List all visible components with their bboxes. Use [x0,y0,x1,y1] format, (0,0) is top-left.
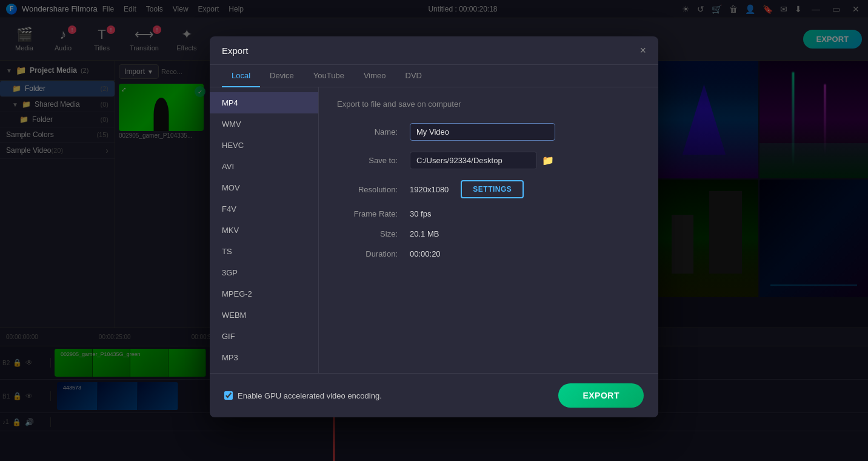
name-row: Name: [337,123,640,141]
dialog-overlay: Export × Local Device YouTube Vimeo DVD … [0,0,868,461]
format-hevc[interactable]: HEVC [210,135,318,156]
format-list: MP4 WMV HEVC AVI MOV F4V MKV TS 3GP MPEG… [210,87,319,373]
tab-local[interactable]: Local [222,65,260,87]
format-wmv[interactable]: WMV [210,113,318,135]
tab-youtube[interactable]: YouTube [304,65,354,87]
frame-rate-row: Frame Rate: 30 fps [337,209,640,218]
dialog-footer: Enable GPU accelerated video encoding. E… [210,373,658,417]
dialog-close-button[interactable]: × [639,45,646,56]
duration-label: Duration: [337,249,398,258]
format-mov[interactable]: MOV [210,177,318,198]
format-ts[interactable]: TS [210,241,318,262]
dialog-header: Export × [210,36,658,65]
format-f4v[interactable]: F4V [210,198,318,220]
dialog-tabs: Local Device YouTube Vimeo DVD [210,65,658,87]
format-avi[interactable]: AVI [210,156,318,177]
gpu-row: Enable GPU accelerated video encoding. [224,391,382,400]
gpu-label: Enable GPU accelerated video encoding. [238,391,382,400]
export-dialog: Export × Local Device YouTube Vimeo DVD … [210,36,658,417]
resolution-label: Resolution: [337,185,398,194]
duration-value: 00:00:20 [410,249,441,258]
save-to-label: Save to: [337,156,398,165]
gpu-checkbox[interactable] [224,391,233,400]
duration-row: Duration: 00:00:20 [337,249,640,258]
name-label: Name: [337,127,398,136]
format-3gp[interactable]: 3GP [210,262,318,283]
save-to-path: C:/Users/92334/Desktop [410,152,537,169]
format-mp4[interactable]: MP4 [210,92,318,113]
tab-dvd[interactable]: DVD [396,65,432,87]
dialog-title: Export [222,45,248,56]
size-label: Size: [337,229,398,238]
resolution-row: Resolution: 1920x1080 SETTINGS [337,180,640,198]
save-to-container: C:/Users/92334/Desktop 📁 [410,152,554,169]
export-description: Export to file and save on computer [337,99,640,109]
settings-button[interactable]: SETTINGS [461,180,524,198]
folder-browse-button[interactable]: 📁 [542,155,554,166]
name-input[interactable] [410,123,555,141]
format-mkv[interactable]: MKV [210,220,318,241]
tab-device[interactable]: Device [260,65,304,87]
format-mpeg2[interactable]: MPEG-2 [210,283,318,305]
export-final-button[interactable]: EXPORT [558,383,644,408]
frame-rate-label: Frame Rate: [337,209,398,218]
frame-rate-value: 30 fps [410,209,431,218]
export-settings: Export to file and save on computer Name… [319,87,658,373]
format-mp3[interactable]: MP3 [210,347,318,368]
format-gif[interactable]: GIF [210,326,318,347]
size-row: Size: 20.1 MB [337,229,640,238]
dialog-body: MP4 WMV HEVC AVI MOV F4V MKV TS 3GP MPEG… [210,87,658,373]
resolution-value: 1920x1080 [410,185,449,194]
save-to-row: Save to: C:/Users/92334/Desktop 📁 [337,152,640,169]
size-value: 20.1 MB [410,229,439,238]
tab-vimeo[interactable]: Vimeo [354,65,396,87]
format-webm[interactable]: WEBM [210,305,318,326]
